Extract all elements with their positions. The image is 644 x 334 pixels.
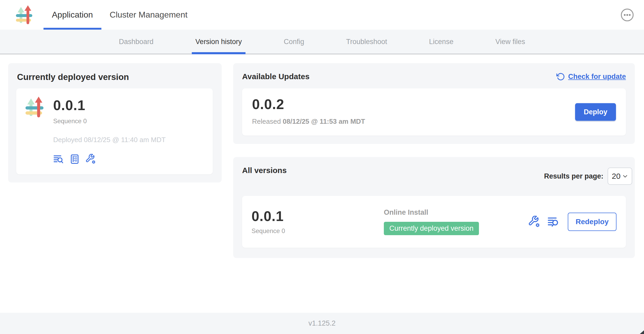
row-actions: Redeploy xyxy=(528,213,616,231)
subnav-tab-troubleshoot[interactable]: Troubleshoot xyxy=(342,30,391,54)
row-version-info: 0.0.1 Sequence 0 xyxy=(252,209,384,235)
released-label: Released xyxy=(252,117,281,125)
preflight-checks-button[interactable] xyxy=(69,154,80,164)
results-per-page: Results per page: 20 xyxy=(544,168,632,185)
updates-card-title: Available Updates xyxy=(242,72,309,81)
view-diff-button[interactable] xyxy=(53,154,64,164)
deployed-card-title: Currently deployed version xyxy=(17,72,213,82)
app-subnav: Dashboard Version history Config Trouble… xyxy=(0,30,644,54)
subnav-tab-version-history[interactable]: Version history xyxy=(192,30,245,54)
deployed-actions xyxy=(53,154,166,164)
app-logo-icon xyxy=(24,96,47,119)
all-versions-card: All versions Results per page: 20 0.0.1 … xyxy=(233,157,635,258)
app-footer: v1.125.2 xyxy=(0,313,644,334)
subnav-tab-dashboard[interactable]: Dashboard xyxy=(115,30,157,54)
diff-logs-icon xyxy=(547,216,559,228)
subnav-tab-license[interactable]: License xyxy=(425,30,457,54)
results-per-page-select[interactable]: 20 xyxy=(608,168,632,185)
update-row: 0.0.2 Released 08/12/25 @ 11:53 am MDT D… xyxy=(242,88,626,136)
results-per-page-label: Results per page: xyxy=(544,172,603,180)
config-wrench-icon xyxy=(86,154,96,164)
released-date: 08/12/25 @ 11:53 am MDT xyxy=(283,117,365,125)
version-row: 0.0.1 Sequence 0 Online Install Currentl… xyxy=(242,196,626,248)
results-per-page-value: 20 xyxy=(612,172,620,181)
deployed-version-panel: 0.0.1 Sequence 0 Deployed 08/12/25 @ 11:… xyxy=(16,88,213,174)
deployed-timestamp: Deployed 08/12/25 @ 11:40 am MDT xyxy=(53,136,166,144)
row-install-info: Online Install Currently deployed versio… xyxy=(384,208,528,235)
currently-deployed-badge: Currently deployed version xyxy=(384,222,479,235)
deploy-button[interactable]: Deploy xyxy=(575,103,616,121)
overflow-menu-button[interactable] xyxy=(620,8,634,22)
diff-logs-icon xyxy=(53,154,64,164)
app-logo-icon xyxy=(15,4,36,25)
update-version-number: 0.0.2 xyxy=(252,97,616,111)
update-released-timestamp: Released 08/12/25 @ 11:53 am MDT xyxy=(252,117,616,126)
currently-deployed-card: Currently deployed version 0.0.1 Sequenc… xyxy=(8,63,222,182)
edit-config-button[interactable] xyxy=(86,154,96,164)
app-logo xyxy=(15,0,36,30)
versions-card-title: All versions xyxy=(242,166,287,175)
view-diff-button[interactable] xyxy=(547,216,559,228)
deployed-version-info: 0.0.1 Sequence 0 Deployed 08/12/25 @ 11:… xyxy=(53,98,166,167)
deployed-sequence: Sequence 0 xyxy=(53,117,166,125)
subnav-tab-config[interactable]: Config xyxy=(280,30,308,54)
check-for-update-link[interactable]: Check for update xyxy=(556,72,626,81)
refresh-icon xyxy=(556,72,565,81)
available-updates-card: Available Updates Check for update 0.0.2… xyxy=(233,63,635,144)
config-wrench-icon xyxy=(528,216,541,228)
deployed-version-number: 0.0.1 xyxy=(53,98,166,112)
cursor-artifact xyxy=(640,330,644,334)
app-header: Application Cluster Management xyxy=(0,0,644,30)
row-sequence: Sequence 0 xyxy=(252,227,384,235)
row-version-number: 0.0.1 xyxy=(252,209,384,223)
subnav-tab-view-files[interactable]: View files xyxy=(492,30,529,54)
chevron-down-icon xyxy=(622,173,629,180)
install-type-label: Online Install xyxy=(384,208,528,217)
edit-config-button[interactable] xyxy=(528,216,541,228)
app-logo-small xyxy=(24,96,47,167)
redeploy-button[interactable]: Redeploy xyxy=(568,213,616,231)
primary-nav: Application Cluster Management xyxy=(43,0,196,30)
version-history-page: Currently deployed version 0.0.1 Sequenc… xyxy=(0,54,644,313)
console-version: v1.125.2 xyxy=(308,319,336,327)
preflight-checklist-icon xyxy=(69,154,80,164)
ellipsis-circle-icon xyxy=(620,8,634,22)
check-for-update-label: Check for update xyxy=(568,73,626,81)
tab-cluster-management[interactable]: Cluster Management xyxy=(101,0,196,30)
tab-application[interactable]: Application xyxy=(43,0,101,30)
